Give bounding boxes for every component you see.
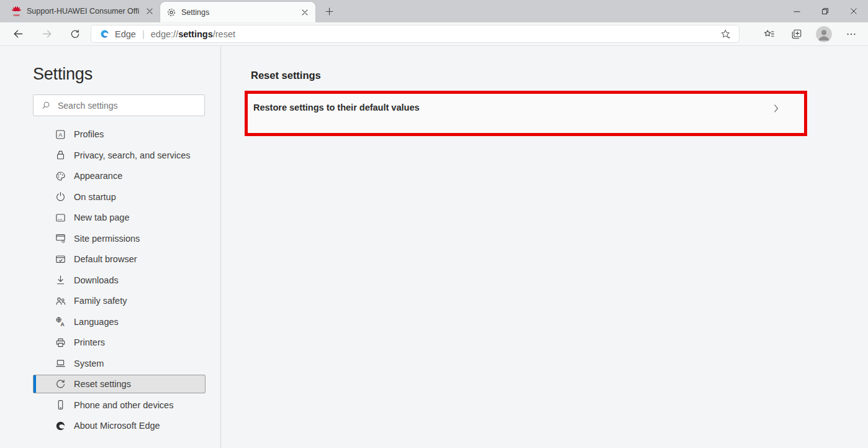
collections-icon (791, 29, 802, 40)
edge-site-icon (99, 29, 110, 39)
power-icon (55, 191, 66, 203)
new-tab-button[interactable] (320, 2, 338, 20)
huawei-logo-icon: HUAWEI (11, 6, 22, 17)
sidebar-item-phone-and-other-devices[interactable]: Phone and other devices (33, 396, 206, 414)
close-tab-icon[interactable] (144, 6, 155, 17)
reset-icon (55, 378, 66, 390)
back-icon (12, 28, 24, 40)
address-bar[interactable]: Edge | edge://settings/reset (91, 25, 739, 43)
phone-icon (55, 399, 66, 411)
site-label: Edge (115, 29, 136, 39)
tab-support-huawei[interactable]: HUAWEI Support-HUAWEI Consumer Offi (5, 0, 160, 22)
browser-toolbar: Edge | edge://settings/reset (0, 22, 868, 46)
favorites-star-lines-icon (764, 29, 775, 40)
palette-icon (55, 170, 66, 182)
add-favorite-button[interactable] (720, 29, 731, 40)
minimize-button[interactable] (782, 0, 811, 22)
collections-button[interactable] (786, 25, 807, 43)
restore-settings-row[interactable]: Restore settings to their default values (248, 94, 804, 133)
tab-title: Settings (181, 8, 294, 17)
search-input[interactable] (33, 94, 205, 116)
page-title: Settings (33, 65, 220, 84)
family-safety-icon (55, 295, 66, 307)
tab-title: Support-HUAWEI Consumer Offi (27, 7, 139, 16)
profile-button[interactable] (813, 25, 834, 43)
profiles-icon: A (55, 129, 66, 140)
close-tab-icon[interactable] (299, 7, 310, 18)
lock-icon (55, 149, 66, 161)
avatar (816, 26, 832, 42)
settings-content: Reset settings Restore settings to their… (221, 46, 807, 448)
close-icon (850, 7, 857, 15)
sidebar-item-about-microsoft-edge[interactable]: About Microsoft Edge (33, 416, 206, 435)
sidebar-item-reset-settings[interactable]: Reset settings (33, 375, 206, 393)
sidebar-item-new-tab-page[interactable]: New tab page (33, 208, 206, 227)
titlebar: HUAWEI Support-HUAWEI Consumer Offi Sett… (0, 0, 868, 22)
search-icon (41, 101, 51, 111)
forward-icon (41, 28, 53, 40)
svg-text:A: A (58, 131, 62, 137)
url-text: edge://settings/reset (151, 29, 235, 39)
languages-icon: A (55, 316, 66, 327)
edge-logo-icon (55, 420, 66, 432)
sidebar-item-appearance[interactable]: Appearance (33, 167, 206, 185)
tab-settings[interactable]: Settings (160, 2, 315, 22)
site-permissions-icon (55, 232, 66, 244)
sidebar-item-on-startup[interactable]: On startup (33, 188, 206, 206)
restore-button[interactable] (811, 0, 839, 22)
refresh-icon (70, 29, 81, 40)
toolbar-right-group (759, 25, 862, 43)
system-icon (55, 357, 66, 369)
annotation-highlight: Restore settings to their default values (245, 91, 807, 136)
sidebar-item-site-permissions[interactable]: Site permissions (33, 229, 206, 248)
sidebar-item-privacy[interactable]: Privacy, search, and services (33, 146, 206, 165)
sidebar-item-profiles[interactable]: A Profiles (33, 125, 206, 144)
new-tab-page-icon (55, 212, 66, 224)
address-separator: | (142, 29, 145, 39)
close-button[interactable] (839, 0, 868, 22)
ellipsis-icon (846, 29, 857, 40)
chevron-right-icon (773, 103, 779, 114)
sidebar-item-family-safety[interactable]: Family safety (33, 291, 206, 310)
star-add-icon (720, 29, 731, 40)
minimize-icon (793, 8, 800, 15)
sidebar-item-system[interactable]: System (33, 354, 206, 373)
forward-button[interactable] (36, 25, 57, 43)
settings-sidebar: Settings A Profiles (0, 46, 221, 448)
default-browser-icon (55, 254, 66, 265)
download-icon (55, 274, 66, 286)
plus-icon (325, 7, 333, 16)
favorites-bar-button[interactable] (759, 25, 780, 43)
sidebar-item-default-browser[interactable]: Default browser (33, 250, 206, 268)
printer-icon (55, 337, 66, 349)
settings-more-button[interactable] (841, 25, 862, 43)
sidebar-item-printers[interactable]: Printers (33, 333, 206, 352)
sidebar-item-downloads[interactable]: Downloads (33, 271, 206, 290)
restore-settings-label: Restore settings to their default values (253, 103, 420, 112)
settings-nav: A Profiles Privacy, search, and services (33, 125, 220, 435)
back-button[interactable] (7, 25, 29, 43)
refresh-button[interactable] (65, 25, 86, 43)
gear-icon (166, 7, 176, 17)
restore-icon (821, 7, 829, 15)
window-controls (782, 0, 868, 22)
search-settings-box (33, 94, 205, 116)
section-heading: Reset settings (251, 70, 807, 81)
sidebar-item-languages[interactable]: A Languages (33, 313, 206, 331)
svg-text:A: A (60, 321, 64, 327)
svg-text:HUAWEI: HUAWEI (13, 14, 19, 16)
